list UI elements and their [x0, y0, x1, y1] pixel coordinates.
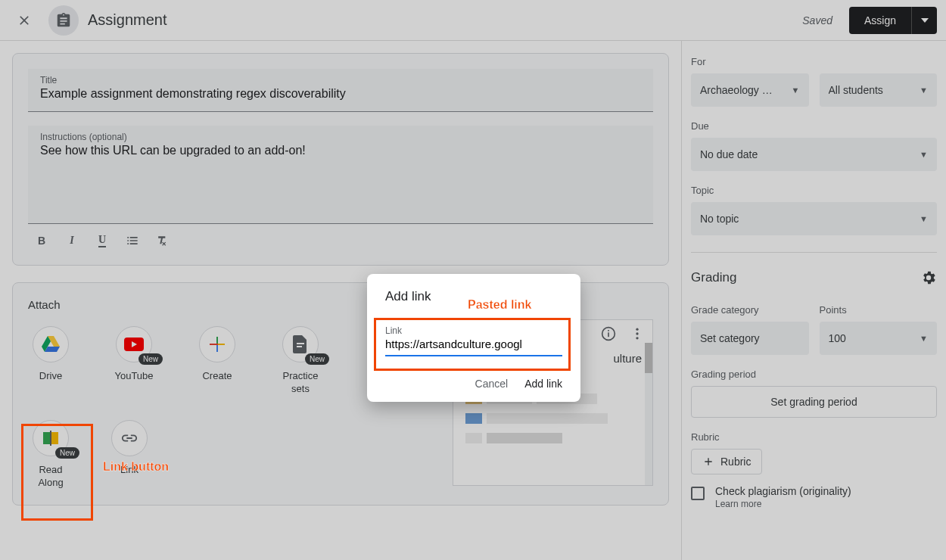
students-select[interactable]: All students▼ — [820, 73, 938, 107]
bullet-list-button[interactable] — [123, 232, 142, 250]
cancel-button[interactable]: Cancel — [475, 378, 509, 390]
instructions-value: See how this URL can be upgraded to an a… — [40, 144, 641, 160]
svg-rect-2 — [297, 346, 302, 347]
svg-point-9 — [636, 337, 638, 339]
assign-dropdown-button[interactable] — [911, 7, 937, 34]
grade-category-label: Grade category — [691, 304, 809, 316]
instructions-field[interactable]: Instructions (optional) See how this URL… — [28, 126, 653, 224]
chevron-down-icon: ▼ — [920, 150, 928, 159]
sidebar: For Archaeology …▼ All students▼ Due No … — [681, 41, 946, 560]
document-icon — [293, 335, 308, 353]
points-label: Points — [820, 304, 938, 316]
attach-drive[interactable]: Drive — [28, 326, 73, 396]
new-badge: New — [305, 353, 329, 365]
underline-button[interactable]: U — [93, 232, 111, 250]
more-icon[interactable] — [630, 326, 645, 341]
scrollbar[interactable] — [645, 343, 652, 485]
save-status: Saved — [802, 14, 832, 26]
points-select[interactable]: 100▼ — [820, 322, 938, 355]
close-icon[interactable] — [9, 5, 39, 36]
class-select[interactable]: Archaeology …▼ — [691, 73, 809, 107]
grading-heading: Grading — [691, 270, 736, 285]
annotation-link-button-label: Link button — [103, 460, 169, 474]
assignment-form-card: Title Example assignment demonstrating r… — [12, 53, 669, 266]
svg-rect-6 — [608, 330, 609, 331]
for-label: For — [691, 56, 937, 67]
plagiarism-checkbox[interactable] — [691, 487, 705, 500]
chevron-down-icon: ▼ — [920, 214, 928, 223]
link-icon — [121, 434, 138, 443]
attach-create[interactable]: Create — [194, 326, 240, 396]
attach-practice-sets[interactable]: New Practice sets — [278, 326, 323, 396]
assign-button[interactable]: Assign — [849, 7, 911, 34]
chevron-down-icon: ▼ — [920, 86, 928, 95]
page-title: Assignment — [88, 11, 793, 29]
svg-point-7 — [636, 328, 638, 331]
title-value: Example assignment demonstrating regex d… — [40, 87, 641, 104]
due-label: Due — [691, 120, 937, 132]
chevron-down-icon: ▼ — [920, 334, 928, 343]
grade-category-select[interactable]: Set category — [691, 322, 809, 355]
attach-link[interactable]: Link — [107, 420, 152, 490]
plus-icon — [702, 456, 714, 468]
assignment-icon — [48, 5, 79, 36]
info-icon[interactable] — [601, 326, 616, 341]
svg-rect-1 — [297, 343, 304, 344]
annotation-link-button-box — [21, 424, 93, 521]
topic-label: Topic — [691, 185, 937, 196]
instructions-label: Instructions (optional) — [40, 132, 641, 142]
clear-formatting-button[interactable] — [154, 232, 172, 250]
chevron-down-icon — [921, 18, 929, 23]
bold-button[interactable]: B — [33, 232, 51, 250]
rubric-label: Rubric — [691, 431, 937, 443]
new-badge: New — [138, 353, 163, 365]
chevron-down-icon: ▼ — [792, 86, 800, 95]
plus-icon — [210, 337, 225, 352]
learn-more-link[interactable]: Learn more — [715, 499, 851, 509]
svg-point-8 — [636, 332, 638, 334]
format-toolbar: B I U — [28, 224, 653, 250]
youtube-icon — [124, 338, 144, 351]
title-label: Title — [40, 75, 641, 86]
app-header: Assignment Saved Assign — [0, 0, 946, 41]
italic-button[interactable]: I — [63, 232, 81, 250]
svg-rect-5 — [608, 332, 609, 337]
annotation-pasted-link-label: Pasted link — [468, 298, 531, 312]
gear-icon[interactable] — [920, 269, 937, 286]
annotation-pasted-link-box — [374, 318, 571, 371]
topic-select[interactable]: No topic▼ — [691, 202, 937, 235]
title-field[interactable]: Title Example assignment demonstrating r… — [28, 69, 653, 112]
grading-period-label: Grading period — [691, 369, 937, 380]
drive-icon — [42, 336, 60, 353]
add-link-button[interactable]: Add link — [524, 378, 562, 390]
attach-youtube[interactable]: New YouTube — [111, 326, 157, 396]
rubric-button[interactable]: Rubric — [691, 449, 762, 474]
grading-period-button[interactable]: Set grading period — [691, 386, 937, 418]
due-select[interactable]: No due date▼ — [691, 138, 937, 171]
plagiarism-label: Check plagiarism (originality) — [715, 485, 851, 497]
